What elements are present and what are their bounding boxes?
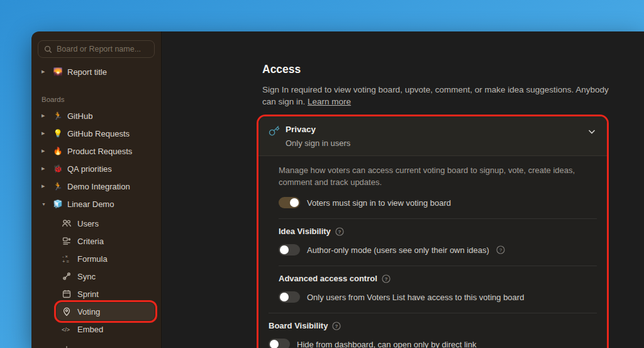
subitem-label: Formula bbox=[77, 254, 108, 264]
page-title: Access bbox=[262, 63, 644, 76]
board-emoji-icon: 🐞 bbox=[53, 164, 63, 173]
subitem-label: Sync bbox=[77, 272, 96, 281]
help-icon[interactable]: ? bbox=[335, 227, 344, 236]
sidebar-item-demo-integration[interactable]: ▶ 🏃 Demo Integration bbox=[38, 177, 155, 195]
chevron-right-icon[interactable]: ▶ bbox=[42, 184, 48, 189]
main-panel: Access Sign In required to view voting b… bbox=[162, 31, 644, 348]
sidebar-item-embed[interactable]: </> Embed bbox=[57, 320, 155, 338]
signin-toggle-label: Voters must sign in to view voting board bbox=[307, 198, 451, 208]
idea-visibility-label: Idea Visibility bbox=[279, 227, 331, 236]
chevron-right-icon[interactable]: ▶ bbox=[42, 166, 48, 171]
sidebar-item-github-requests[interactable]: ▶ 💡 GitHub Requests bbox=[38, 125, 155, 142]
board-emoji-icon: 🏃 bbox=[53, 182, 63, 191]
board-emoji-icon: 🏃 bbox=[53, 111, 63, 120]
search-icon bbox=[44, 45, 52, 53]
privacy-subtitle: Only sign in users bbox=[286, 138, 587, 148]
voters-list-toggle-label: Only users from Voters List have access … bbox=[307, 293, 524, 302]
privacy-card-body: Manage how voters can access current vot… bbox=[258, 156, 607, 348]
sidebar-item-more[interactable] bbox=[57, 340, 155, 348]
board-label: GitHub Requests bbox=[67, 129, 130, 138]
sync-icon bbox=[62, 271, 72, 281]
author-only-toggle[interactable] bbox=[279, 244, 300, 255]
code-icon: </> bbox=[62, 324, 72, 334]
search-placeholder: Board or Report name... bbox=[57, 45, 141, 53]
board-emoji-icon: 🧊 bbox=[53, 199, 63, 208]
chevron-down-icon[interactable] bbox=[587, 126, 597, 137]
author-only-toggle-label: Author-only mode (users see only their o… bbox=[307, 245, 489, 255]
formula-icon: - ×+ = bbox=[62, 254, 72, 264]
board-label: Demo Integration bbox=[67, 182, 130, 191]
privacy-description: Manage how voters can access current vot… bbox=[279, 165, 607, 188]
advanced-access-label: Advanced access control bbox=[279, 274, 377, 283]
pin-icon bbox=[62, 306, 72, 317]
learn-more-link[interactable]: Learn more bbox=[308, 97, 351, 106]
report-emoji-icon: 🌄 bbox=[53, 67, 63, 76]
svg-text:</>: </> bbox=[62, 327, 70, 333]
hide-dashboard-toggle-label: Hide from dashboard, can open only by di… bbox=[297, 340, 476, 348]
sprint-icon bbox=[62, 289, 72, 299]
subitem-label: Sprint bbox=[77, 289, 99, 299]
board-visibility-heading: Board Visibility ? bbox=[269, 321, 597, 330]
boards-section-label: Boards bbox=[42, 96, 155, 103]
divider bbox=[279, 266, 597, 266]
subitem-label: Criteria bbox=[77, 237, 104, 246]
sidebar-item-qa-priorities[interactable]: ▶ 🐞 QA priorities bbox=[38, 160, 155, 177]
sidebar-item-sync[interactable]: Sync bbox=[57, 267, 155, 285]
search-input[interactable]: Board or Report name... bbox=[38, 40, 155, 58]
board-label: Product Requests bbox=[67, 147, 132, 156]
svg-text:+ =: + = bbox=[62, 259, 69, 264]
hide-dashboard-toggle[interactable] bbox=[269, 339, 290, 348]
sidebar-item-formula[interactable]: - ×+ = Formula bbox=[57, 250, 155, 267]
chevron-right-icon[interactable]: ▶ bbox=[42, 113, 48, 118]
chevron-down-icon[interactable]: ▼ bbox=[42, 202, 48, 206]
sidebar-item-voting[interactable]: Voting bbox=[57, 303, 155, 320]
help-icon[interactable]: ? bbox=[496, 245, 505, 254]
divider bbox=[269, 313, 597, 313]
privacy-accordion-header[interactable]: Privacy Only sign in users bbox=[258, 116, 607, 156]
sidebar-item-sprint[interactable]: Sprint bbox=[57, 285, 155, 303]
help-icon[interactable]: ? bbox=[332, 322, 341, 330]
subitem-label: Users bbox=[77, 219, 99, 228]
board-label: GitHub bbox=[67, 111, 92, 121]
criteria-icon bbox=[62, 236, 72, 246]
sidebar: Board or Report name... ▶ 🌄 Report title… bbox=[31, 31, 162, 348]
subitem-label: Embed bbox=[77, 325, 103, 334]
chevron-right-icon[interactable]: ▶ bbox=[42, 69, 48, 74]
divider bbox=[279, 218, 597, 219]
users-icon bbox=[62, 218, 72, 228]
subitem-label: Voting bbox=[77, 307, 100, 317]
board-emoji-icon: 💡 bbox=[53, 129, 63, 138]
author-only-toggle-row: Author-only mode (users see only their o… bbox=[279, 244, 597, 255]
sidebar-item-users[interactable]: Users bbox=[57, 215, 155, 232]
svg-text:?: ? bbox=[335, 323, 338, 329]
sidebar-item-criteria[interactable]: Criteria bbox=[57, 232, 155, 250]
report-title-label: Report title bbox=[67, 67, 107, 77]
page-description: Sign In required to view voting board, u… bbox=[262, 84, 609, 108]
chevron-right-icon[interactable]: ▶ bbox=[42, 131, 48, 136]
board-emoji-icon: 🔥 bbox=[53, 147, 63, 155]
app-window: Board or Report name... ▶ 🌄 Report title… bbox=[31, 31, 644, 348]
board-label: QA priorities bbox=[67, 164, 112, 174]
svg-text:?: ? bbox=[338, 229, 341, 235]
sidebar-item-product-requests[interactable]: ▶ 🔥 Product Requests bbox=[38, 142, 155, 160]
advanced-access-heading: Advanced access control ? bbox=[279, 274, 597, 283]
sidebar-item-linear-demo[interactable]: ▼ 🧊 Linear Demo bbox=[38, 195, 155, 213]
voters-list-toggle-row: Only users from Voters List have access … bbox=[279, 291, 597, 303]
voters-list-toggle[interactable] bbox=[279, 291, 300, 303]
signin-toggle[interactable] bbox=[279, 197, 300, 208]
svg-text:?: ? bbox=[384, 276, 387, 282]
privacy-title: Privacy bbox=[286, 125, 587, 134]
key-icon bbox=[269, 125, 280, 137]
sidebar-item-github[interactable]: ▶ 🏃 GitHub bbox=[38, 107, 155, 125]
board-visibility-label: Board Visibility bbox=[269, 321, 328, 330]
chevron-right-icon[interactable]: ▶ bbox=[42, 149, 48, 154]
plus-icon bbox=[62, 344, 72, 348]
svg-text:?: ? bbox=[499, 247, 502, 253]
hide-dashboard-toggle-row: Hide from dashboard, can open only by di… bbox=[269, 339, 597, 348]
idea-visibility-heading: Idea Visibility ? bbox=[279, 227, 597, 236]
sidebar-item-report-title[interactable]: ▶ 🌄 Report title bbox=[38, 63, 155, 81]
board-label: Linear Demo bbox=[67, 199, 114, 209]
help-icon[interactable]: ? bbox=[382, 274, 391, 283]
annotation-privacy-card: Privacy Only sign in users Manage how vo… bbox=[257, 115, 609, 348]
signin-toggle-row: Voters must sign in to view voting board bbox=[279, 197, 597, 208]
